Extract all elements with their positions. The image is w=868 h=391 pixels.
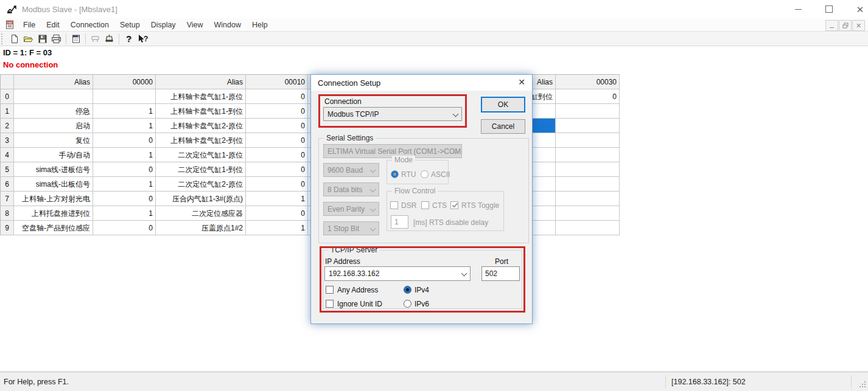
cell-value[interactable]: [556, 104, 620, 119]
cell-value[interactable]: 0: [246, 119, 308, 133]
ok-button[interactable]: OK: [481, 97, 525, 112]
cell-alias[interactable]: [14, 89, 93, 104]
cell-value[interactable]: 0: [246, 89, 308, 104]
close-button[interactable]: ✕: [846, 0, 868, 18]
chevron-down-icon: [461, 271, 467, 277]
menu-item-window[interactable]: Window: [209, 21, 247, 29]
cell-value[interactable]: 0: [93, 162, 156, 177]
cell-value[interactable]: [556, 162, 620, 177]
cell-value[interactable]: 0: [246, 206, 308, 221]
row-header: 3: [1, 133, 14, 148]
any-address-checkbox[interactable]: [326, 286, 334, 294]
cell-value[interactable]: [556, 148, 620, 162]
open-file-button[interactable]: [21, 33, 35, 45]
ignore-unit-id-checkbox[interactable]: [326, 300, 334, 308]
cell-alias[interactable]: 复位: [14, 133, 93, 148]
mdi-restore-button[interactable]: [839, 20, 852, 31]
ip-address-select[interactable]: 192.168.33.162: [324, 266, 471, 281]
cell-alias[interactable]: 上料轴卡盘气缸2-原位: [156, 119, 246, 133]
cell-value[interactable]: 1: [246, 221, 308, 235]
document-icon: DOC: [5, 20, 15, 30]
cell-alias[interactable]: 二次定位气缸1-原位: [156, 148, 246, 162]
cell-value[interactable]: [556, 177, 620, 192]
cell-value[interactable]: 0: [246, 148, 308, 162]
new-document-button[interactable]: [7, 33, 21, 45]
minimize-button[interactable]: [784, 0, 812, 18]
context-help-button[interactable]: ?: [136, 33, 150, 45]
minimize-icon: [795, 9, 802, 10]
cell-value[interactable]: [556, 192, 620, 206]
chevron-down-icon: [370, 187, 376, 193]
cell-value[interactable]: 1: [93, 206, 156, 221]
cell-value[interactable]: 1: [93, 119, 156, 133]
menu-item-view[interactable]: View: [181, 21, 209, 29]
help-button[interactable]: ?: [122, 33, 136, 45]
cell-alias[interactable]: 空盘轴-产品到位感应: [14, 221, 93, 235]
cell-value[interactable]: [556, 221, 620, 235]
cell-value[interactable]: [556, 206, 620, 221]
ipv4-radio[interactable]: [404, 286, 411, 294]
print-button[interactable]: [49, 33, 63, 45]
connection-type-select[interactable]: Modbus TCP/IP: [323, 107, 462, 121]
resize-grip-icon[interactable]: [858, 381, 866, 389]
save-button[interactable]: [35, 33, 49, 45]
cell-alias[interactable]: 停急: [14, 104, 93, 119]
cell-value[interactable]: [556, 133, 620, 148]
ipv6-radio[interactable]: [404, 300, 411, 308]
menu-bar: DOC FileEditConnectionSetupDisplayViewWi…: [0, 18, 868, 32]
cell-alias[interactable]: 手动/自动: [14, 148, 93, 162]
cell-value[interactable]: [93, 89, 156, 104]
cell-value[interactable]: 0: [246, 133, 308, 148]
cell-alias[interactable]: 二次定位感应器: [156, 206, 246, 221]
cell-value[interactable]: 0: [246, 104, 308, 119]
cell-alias[interactable]: 压盖原点1#2: [156, 221, 246, 235]
cell-alias[interactable]: 二次定位气缸2-原位: [156, 177, 246, 192]
menu-item-help[interactable]: Help: [247, 21, 273, 29]
menu-item-display[interactable]: Display: [145, 21, 181, 29]
cell-value[interactable]: 0: [93, 133, 156, 148]
parity-select: Even Parity: [323, 202, 379, 216]
connection-setup-dialog: Connection Setup ✕ Connection Modbus TCP…: [310, 74, 533, 324]
cell-alias[interactable]: 上料轴卡盘气缸1-到位: [156, 104, 246, 119]
display-setup-icon: [71, 34, 81, 44]
toolbar: ? ?: [0, 32, 868, 46]
cell-alias[interactable]: 二次定位气缸1-到位: [156, 162, 246, 177]
menu-item-file[interactable]: File: [18, 21, 41, 29]
cell-value[interactable]: 1: [93, 148, 156, 162]
cell-value[interactable]: 0: [556, 89, 620, 104]
cell-value[interactable]: [556, 119, 620, 133]
cell-alias[interactable]: 上料托盘推进到位: [14, 206, 93, 221]
corner-header: [1, 75, 14, 89]
cell-value[interactable]: 0: [246, 177, 308, 192]
column-header: Alias: [14, 75, 93, 89]
menu-item-connection[interactable]: Connection: [65, 21, 114, 29]
cell-value[interactable]: 0: [93, 192, 156, 206]
cancel-button[interactable]: Cancel: [481, 119, 525, 134]
cell-alias[interactable]: sima线-进板信号: [14, 162, 93, 177]
cell-value[interactable]: 1: [93, 177, 156, 192]
menu-item-setup[interactable]: Setup: [114, 21, 145, 29]
dialog-close-icon[interactable]: ✕: [518, 78, 525, 86]
cell-alias[interactable]: 压合内气缸1-3#(原点): [156, 192, 246, 206]
cell-alias[interactable]: 上料轴卡盘气缸1-原位: [156, 89, 246, 104]
cell-alias[interactable]: 上料轴-上方对射光电: [14, 192, 93, 206]
display-setup-button[interactable]: [69, 33, 83, 45]
maximize-button[interactable]: [815, 0, 843, 18]
menu-item-edit[interactable]: Edit: [41, 21, 65, 29]
cell-alias[interactable]: sima线-出板信号: [14, 177, 93, 192]
toolbar-grip[interactable]: [1, 33, 5, 44]
disconnect-button[interactable]: [88, 33, 102, 45]
cell-value[interactable]: 1: [93, 104, 156, 119]
cell-alias[interactable]: 上料轴卡盘气缸2-到位: [156, 133, 246, 148]
row-header: 4: [1, 148, 14, 162]
cell-alias[interactable]: 启动: [14, 119, 93, 133]
mdi-close-button[interactable]: ✕: [852, 20, 865, 31]
connect-button[interactable]: [102, 33, 116, 45]
cell-value[interactable]: 0: [93, 221, 156, 235]
cell-value[interactable]: 1: [246, 192, 308, 206]
cell-value[interactable]: 0: [246, 162, 308, 177]
mdi-minimize-button[interactable]: [825, 20, 838, 31]
port-input[interactable]: 502: [481, 266, 520, 281]
column-header: 00000: [93, 75, 156, 89]
stop-bits-value: 1 Stop Bit: [327, 224, 359, 233]
